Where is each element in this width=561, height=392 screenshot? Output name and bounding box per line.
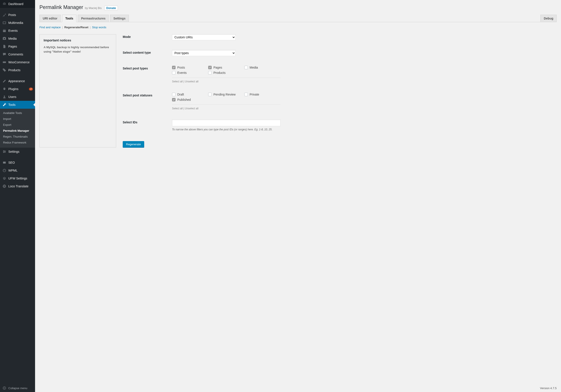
checkbox-icon xyxy=(172,93,175,96)
submenu-available-tools[interactable]: Available Tools xyxy=(0,110,35,116)
unselect-all-link[interactable]: Unselect all xyxy=(185,80,199,83)
seo-icon xyxy=(2,160,7,165)
checkbox-icon xyxy=(208,93,212,96)
tab-settings[interactable]: Settings xyxy=(110,15,129,22)
sidebar-item-events[interactable]: Events xyxy=(0,27,35,35)
notice-title: Important notices xyxy=(43,38,112,42)
sidebar-item-appearance[interactable]: Appearance xyxy=(0,77,35,85)
svg-point-13 xyxy=(3,152,4,153)
separator: | xyxy=(90,26,90,29)
tab-permastructures[interactable]: Permastructures xyxy=(78,15,109,22)
unselect-all-link[interactable]: Unselect all xyxy=(185,107,199,110)
checkbox-pages[interactable]: Pages xyxy=(208,66,244,69)
mode-select[interactable]: Custom URIs xyxy=(172,34,236,40)
sidebar-item-loco[interactable]: Loco Translate xyxy=(0,182,35,190)
sidebar-item-label: Events xyxy=(8,29,33,32)
tab-tools[interactable]: Tools xyxy=(62,15,76,22)
sidebar-item-woocommerce[interactable]: WooCommerce xyxy=(0,58,35,66)
select-all-row: Select all | Unselect all xyxy=(172,80,280,83)
tools-icon xyxy=(2,103,7,107)
checkbox-events[interactable]: Events xyxy=(172,71,208,74)
content-type-select[interactable]: Post types xyxy=(172,50,236,56)
subtab-stop-words[interactable]: Stop words xyxy=(92,26,106,29)
notice-box: Important notices A MySQL backup is high… xyxy=(39,34,116,148)
select-all-link[interactable]: Select all xyxy=(172,80,183,83)
sidebar-item-comments[interactable]: Comments xyxy=(0,50,35,58)
post-statuses-label: Select post statuses xyxy=(123,93,172,97)
settings-icon xyxy=(2,149,7,154)
sidebar-item-label: Products xyxy=(8,68,33,72)
sidebar-item-media[interactable]: Media xyxy=(0,35,35,42)
woo-icon xyxy=(2,60,7,64)
select-ids-helper: To narrow the above filters you can type… xyxy=(172,127,280,131)
checkbox-label: Events xyxy=(177,71,187,74)
sidebar-item-dashboard[interactable]: Dashboard xyxy=(0,0,35,8)
subtab-find-replace[interactable]: Find and replace xyxy=(39,26,61,29)
sidebar-item-label: Users xyxy=(8,95,33,99)
sidebar-item-label: Comments xyxy=(8,53,33,56)
select-ids-input[interactable] xyxy=(172,120,280,126)
checkbox-published[interactable]: Published xyxy=(172,98,208,101)
pin-icon xyxy=(2,13,7,17)
sidebar-item-ufw[interactable]: UFW Settings xyxy=(0,174,35,182)
notice-text-after: " mode! xyxy=(70,50,81,53)
tab-debug[interactable]: Debug xyxy=(540,15,557,22)
svg-rect-5 xyxy=(5,29,5,30)
sidebar-item-seo[interactable]: SEO xyxy=(0,159,35,167)
submenu-import[interactable]: Import xyxy=(0,116,35,122)
notice-text-em: Native slugs xyxy=(53,50,70,53)
sidebar-item-tools[interactable]: Tools xyxy=(0,101,35,109)
donate-button[interactable]: Donate xyxy=(104,6,118,10)
sidebar-item-posts[interactable]: Posts xyxy=(0,11,35,19)
post-types-label: Select post types xyxy=(123,66,172,70)
form-row-ids: Select IDs To narrow the above filters y… xyxy=(123,120,280,131)
version-footer: Version 4.7.5 xyxy=(540,387,557,390)
content-row: Important notices A MySQL backup is high… xyxy=(39,34,557,148)
svg-rect-6 xyxy=(3,61,6,63)
select-ids-label: Select IDs xyxy=(123,120,172,124)
content-type-label: Select content type xyxy=(123,50,172,54)
sidebar-item-label: UFW Settings xyxy=(8,177,33,180)
checkbox-products[interactable]: Products xyxy=(208,71,244,74)
events-icon xyxy=(2,29,7,33)
checkbox-label: Published xyxy=(177,98,191,101)
checkbox-pending[interactable]: Pending Review xyxy=(208,93,244,96)
checkbox-posts[interactable]: Posts xyxy=(172,66,208,69)
checkbox-icon xyxy=(244,93,248,96)
form-row-content-type: Select content type Post types xyxy=(123,50,280,56)
checkbox-label: Media xyxy=(250,66,258,69)
svg-point-12 xyxy=(5,151,5,152)
page-title: Permalink Manager xyxy=(39,4,83,10)
sidebar-item-pages[interactable]: Pages xyxy=(0,42,35,50)
sidebar-item-wpml[interactable]: WPML xyxy=(0,167,35,174)
submenu-redux-framework[interactable]: Redux Framework xyxy=(0,139,35,146)
users-icon xyxy=(2,95,7,99)
checkbox-icon xyxy=(172,71,175,74)
checkbox-label: Pending Review xyxy=(214,93,236,96)
svg-point-11 xyxy=(3,150,4,151)
select-all-link[interactable]: Select all xyxy=(172,107,183,110)
sidebar-item-users[interactable]: Users xyxy=(0,93,35,101)
collapse-menu-button[interactable]: Collapse menu xyxy=(0,384,35,392)
pages-icon xyxy=(2,44,7,49)
subtab-regenerate[interactable]: Regenerate/Reset xyxy=(64,26,88,29)
svg-point-22 xyxy=(3,387,6,390)
multimedia-icon xyxy=(2,21,7,25)
checkbox-icon xyxy=(208,71,212,74)
tab-uri-editor[interactable]: URI editor xyxy=(39,15,61,22)
sidebar-item-settings[interactable]: Settings xyxy=(0,148,35,156)
submenu-regen-thumbnails[interactable]: Regen. Thumbnails xyxy=(0,134,35,139)
checkbox-media[interactable]: Media xyxy=(244,66,280,69)
sidebar-item-plugins[interactable]: Plugins 2 xyxy=(0,85,35,93)
checkbox-draft[interactable]: Draft xyxy=(172,93,208,96)
svg-rect-4 xyxy=(3,29,4,30)
form-area: Mode Custom URIs Select content type Pos… xyxy=(123,34,280,148)
subtabs: Find and replace | Regenerate/Reset | St… xyxy=(39,26,557,29)
submenu-permalink-manager[interactable]: Permalink Manager xyxy=(0,128,35,134)
regenerate-button[interactable]: Regenerate xyxy=(123,141,144,148)
sidebar-item-label: SEO xyxy=(8,161,33,164)
checkbox-private[interactable]: Private xyxy=(244,93,280,96)
sidebar-item-products[interactable]: Products xyxy=(0,66,35,74)
sidebar-item-multimedia[interactable]: Multimedia xyxy=(0,19,35,27)
submenu-export[interactable]: Export xyxy=(0,122,35,128)
